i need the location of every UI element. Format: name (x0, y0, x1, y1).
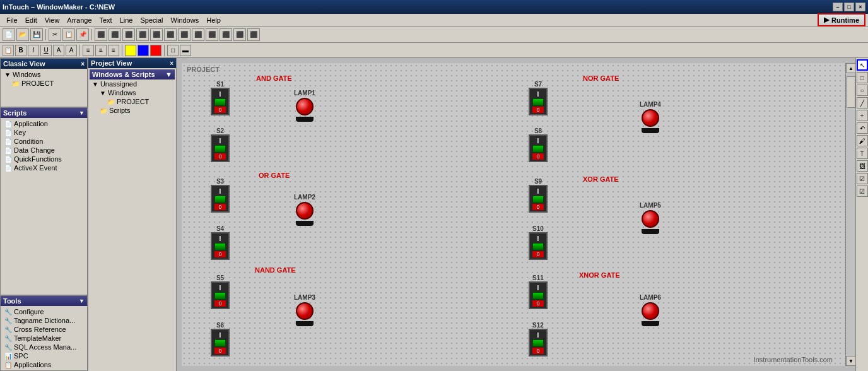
switch-s3[interactable]: S3 I 0 (211, 178, 230, 213)
italic-btn[interactable]: I (28, 45, 39, 56)
lamp4[interactable]: LAMP4 (640, 101, 661, 133)
windows-scripts-arrow[interactable]: ▼ (165, 71, 172, 78)
paste-btn[interactable]: 📌 (76, 28, 89, 41)
tb5[interactable]: ⬛ (150, 28, 163, 41)
menu-view[interactable]: View (41, 15, 64, 25)
switch-s1[interactable]: S1 I 0 (211, 81, 230, 115)
project-item[interactable]: 📁 PROJECT (9, 79, 86, 88)
fill-color[interactable] (125, 45, 136, 56)
menu-text[interactable]: Text (96, 15, 116, 25)
switch-s9[interactable]: S9 I 0 (529, 178, 548, 213)
fb3[interactable]: □ (167, 45, 179, 56)
switch-s7[interactable]: S7 I 0 (529, 81, 548, 115)
check-tool-btn[interactable]: ☑ (857, 173, 868, 184)
save-btn[interactable]: 💾 (30, 28, 43, 41)
new-btn[interactable]: 📄 (3, 28, 15, 41)
tool-sql[interactable]: 🔧 SQL Access Mana... (2, 343, 86, 351)
menu-windows[interactable]: Windows (167, 15, 203, 25)
undo-tool-btn[interactable]: ↶ (857, 122, 868, 134)
text-color[interactable] (150, 45, 161, 56)
runtime-button[interactable]: ▶ Runtime (818, 13, 865, 26)
line-tool-btn[interactable]: ╱ (857, 97, 868, 109)
text-tool-btn[interactable]: T (857, 148, 868, 159)
menu-line[interactable]: Line (116, 15, 137, 25)
menu-help[interactable]: Help (202, 15, 225, 25)
menu-edit[interactable]: Edit (21, 15, 41, 25)
switch-s10[interactable]: S10 I 0 (529, 225, 548, 260)
project-view-close[interactable]: × (170, 60, 173, 67)
tool-apps[interactable]: 📋 Applications (2, 360, 86, 369)
menu-file[interactable]: File (3, 15, 21, 25)
tb2[interactable]: ⬛ (108, 28, 121, 41)
tb7[interactable]: ⬛ (178, 28, 191, 41)
scroll-up-btn[interactable]: ▲ (846, 63, 855, 73)
tool-crossref[interactable]: 🔧 Cross Reference (2, 325, 86, 334)
tb6[interactable]: ⬛ (164, 28, 177, 41)
check2-tool-btn[interactable]: ☑ (857, 186, 868, 197)
align-center[interactable]: ≡ (95, 45, 107, 56)
lamp5[interactable]: LAMP5 (640, 202, 661, 234)
scroll-down-btn[interactable]: ▼ (846, 356, 855, 366)
underline-btn[interactable]: U (40, 45, 52, 56)
switch-s6[interactable]: S6 I 0 (211, 322, 230, 356)
copy-btn[interactable]: 📋 (62, 28, 75, 41)
bold-btn[interactable]: B (15, 45, 26, 56)
lamp2[interactable]: LAMP2 (294, 194, 315, 226)
fb4[interactable]: ▬ (180, 45, 191, 56)
vertical-scrollbar[interactable]: ▲ ▼ (845, 63, 855, 366)
switch-s4[interactable]: S4 I 0 (211, 225, 230, 260)
switch-s5[interactable]: S5 I 0 (211, 274, 230, 309)
select-tool-btn[interactable]: ↖ (857, 59, 868, 71)
switch-s12[interactable]: S12 I 0 (529, 322, 548, 356)
classic-view-close[interactable]: × (81, 61, 85, 68)
tool-tagname[interactable]: 🔧 Tagname Dictiona... (2, 316, 86, 325)
unassigned-item[interactable]: ▼ Unassigned (90, 80, 175, 88)
script-activex[interactable]: 📄 ActiveX Event (2, 163, 86, 172)
tool-spc[interactable]: 📊 SPC (2, 351, 86, 360)
menu-special[interactable]: Special (136, 15, 167, 25)
tb12[interactable]: ⬛ (247, 28, 260, 41)
image-tool-btn[interactable]: 🖼 (857, 160, 868, 172)
lamp6[interactable]: LAMP6 (640, 294, 661, 326)
switch-s2[interactable]: S2 I 0 (211, 127, 230, 162)
align-left[interactable]: ≡ (83, 45, 94, 56)
align-right[interactable]: ≡ (108, 45, 119, 56)
windows-sub-item[interactable]: ▼ Windows (97, 88, 175, 97)
fb1[interactable]: A (53, 45, 64, 56)
scripts-sub-item[interactable]: 📁 Scripts (97, 106, 175, 115)
script-datachange[interactable]: 📄 Data Change (2, 146, 86, 155)
script-application[interactable]: 📄 Application (2, 119, 86, 128)
project-sub-item[interactable]: 📁 PROJECT (105, 97, 175, 106)
maximize-button[interactable]: □ (844, 3, 854, 11)
tools-arrow[interactable]: ▼ (79, 298, 85, 304)
script-quickfunc[interactable]: 📄 QuickFunctions (2, 155, 86, 163)
switch-s11[interactable]: S11 I 0 (529, 274, 548, 309)
tb9[interactable]: ⬛ (206, 28, 218, 41)
plus-tool-btn[interactable]: + (857, 110, 868, 121)
ellipse-tool-btn[interactable]: ○ (857, 85, 868, 96)
script-key[interactable]: 📄 Key (2, 128, 86, 137)
windows-label[interactable]: ▼ Windows (2, 70, 86, 79)
canvas-inner[interactable]: PROJECT AND GATE OR GATE NAND GATE NOR G… (182, 63, 845, 366)
paint-tool-btn[interactable]: 🖌 (857, 135, 868, 146)
tb8[interactable]: ⬛ (192, 28, 204, 41)
switch-s8[interactable]: S8 I 0 (529, 127, 548, 162)
scroll-thumb[interactable] (847, 76, 855, 108)
tb11[interactable]: ⬛ (233, 28, 246, 41)
scripts-arrow[interactable]: ▼ (79, 110, 85, 116)
tb3[interactable]: ⬛ (122, 28, 135, 41)
close-button[interactable]: × (855, 3, 865, 11)
line-color[interactable] (138, 45, 149, 56)
tb10[interactable]: ⬛ (220, 28, 232, 41)
tool-template[interactable]: 🔧 TemplateMaker (2, 334, 86, 343)
fb2[interactable]: A (66, 45, 77, 56)
lamp1[interactable]: LAMP1 (294, 90, 315, 122)
classic-view-toggle[interactable]: 📋 (3, 45, 14, 56)
tool-configure[interactable]: 🔧 Configure (2, 307, 86, 316)
open-btn[interactable]: 📂 (16, 28, 29, 41)
tb4[interactable]: ⬛ (136, 28, 149, 41)
lamp3[interactable]: LAMP3 (294, 294, 315, 326)
rect-tool-btn[interactable]: □ (857, 72, 868, 83)
minimize-button[interactable]: – (833, 3, 843, 11)
tb1[interactable]: ⬛ (95, 28, 107, 41)
